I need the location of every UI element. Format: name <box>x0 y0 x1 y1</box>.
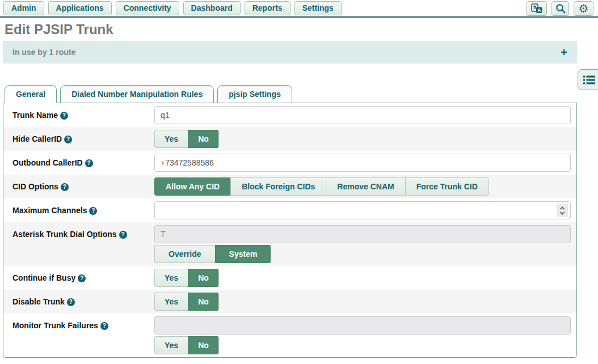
help-icon[interactable]: ? <box>78 274 86 282</box>
search-button[interactable] <box>551 1 569 16</box>
form-row-disable-trunk: Disable Trunk? Yes No <box>3 290 576 314</box>
cid-remove-cnam[interactable]: Remove CNAM <box>326 177 405 196</box>
help-icon[interactable]: ? <box>85 159 93 167</box>
form-row-asterisk-trunk-dial-options: Asterisk Trunk Dial Options? Override Sy… <box>3 222 576 266</box>
dial-options-input <box>154 225 571 243</box>
nav-connectivity[interactable]: Connectivity <box>116 1 179 15</box>
help-icon[interactable]: ? <box>119 231 127 239</box>
cid-options-label: CID Options? <box>12 177 154 191</box>
monitor-trunk-failures-label: Monitor Trunk Failures? <box>12 316 154 330</box>
page-title: Edit PJSIP Trunk <box>5 22 593 37</box>
search-icon <box>555 3 566 14</box>
usage-notice-panel: In use by 1 route + <box>3 41 577 64</box>
label-text: Outbound CallerID <box>12 158 83 167</box>
label-text: Trunk Name <box>12 111 58 120</box>
trunk-name-label: Trunk Name? <box>12 106 154 120</box>
outbound-callerid-label: Outbound CallerID? <box>12 154 154 167</box>
help-icon[interactable]: ? <box>89 207 97 215</box>
tab-pjsip-settings[interactable]: pjsip Settings <box>217 85 292 103</box>
dial-options-system[interactable]: System <box>215 245 272 263</box>
help-icon[interactable]: ? <box>67 298 75 306</box>
nav-settings[interactable]: Settings <box>294 1 342 15</box>
form-row-outbound-callerid: Outbound CallerID? <box>3 151 576 175</box>
tab-general[interactable]: General <box>5 85 57 103</box>
asterisk-trunk-dial-options-label: Asterisk Trunk Dial Options? <box>12 225 154 239</box>
disable-trunk-toggle: Yes No <box>154 293 219 311</box>
hide-callerid-toggle: Yes No <box>154 130 219 148</box>
top-nav: Admin Applications Connectivity Dashboar… <box>0 0 598 18</box>
tab-dialed-number-manipulation-rules[interactable]: Dialed Number Manipulation Rules <box>60 85 214 103</box>
label-text: Hide CallerID <box>12 134 62 143</box>
continue-if-busy-no[interactable]: No <box>188 269 219 287</box>
disable-trunk-label: Disable Trunk? <box>12 293 154 306</box>
help-icon[interactable]: ? <box>61 183 69 191</box>
language-button[interactable]: A <box>527 1 547 16</box>
spinner-down-icon <box>560 210 565 214</box>
dial-options-toggle: Override System <box>154 245 271 263</box>
maximum-channels-label: Maximum Channels? <box>12 201 154 215</box>
nav-applications[interactable]: Applications <box>48 1 112 15</box>
label-text: CID Options <box>12 182 58 191</box>
label-text: Continue if Busy <box>12 273 75 282</box>
label-text: Disable Trunk <box>12 297 65 306</box>
disable-trunk-yes[interactable]: Yes <box>154 293 188 311</box>
hide-callerid-yes[interactable]: Yes <box>154 130 188 148</box>
cid-options-group: Allow Any CID Block Foreign CIDs Remove … <box>154 177 489 196</box>
cid-block-foreign-cids[interactable]: Block Foreign CIDs <box>230 177 326 196</box>
trunk-name-input[interactable] <box>154 106 571 124</box>
label-text: Monitor Trunk Failures <box>12 321 98 330</box>
monitor-trunk-failures-input <box>154 316 571 335</box>
cid-force-trunk-cid[interactable]: Force Trunk CID <box>405 177 489 196</box>
label-text: Maximum Channels <box>12 206 87 215</box>
help-icon[interactable]: ? <box>60 112 68 120</box>
form-row-maximum-channels: Maximum Channels? <box>3 198 576 222</box>
continue-if-busy-toggle: Yes No <box>154 269 219 287</box>
nav-dashboard[interactable]: Dashboard <box>183 1 241 15</box>
monitor-trunk-failures-toggle: Yes No <box>154 336 219 354</box>
form-row-continue-if-busy: Continue if Busy? Yes No <box>3 266 576 290</box>
form-row-cid-options: CID Options? Allow Any CID Block Foreign… <box>3 175 576 198</box>
number-spinner[interactable] <box>557 204 568 217</box>
outbound-callerid-input[interactable] <box>154 154 571 172</box>
nav-reports[interactable]: Reports <box>245 1 290 15</box>
maximum-channels-input[interactable] <box>154 201 571 219</box>
settings-gear-button[interactable]: ⚙ <box>574 1 593 16</box>
hide-callerid-no[interactable]: No <box>188 130 219 148</box>
usage-notice-text: In use by 1 route <box>12 48 75 57</box>
hide-callerid-label: Hide CallerID? <box>12 130 154 143</box>
expand-plus-icon[interactable]: + <box>561 46 567 59</box>
tab-bar: General Dialed Number Manipulation Rules… <box>5 85 577 103</box>
monitor-trunk-failures-yes[interactable]: Yes <box>154 336 188 354</box>
svg-text:A: A <box>537 7 541 12</box>
continue-if-busy-label: Continue if Busy? <box>12 269 154 282</box>
dial-options-override[interactable]: Override <box>154 245 215 263</box>
nav-icon-group: A ⚙ <box>527 1 595 16</box>
label-text: Asterisk Trunk Dial Options <box>12 230 117 239</box>
list-icon <box>583 75 595 84</box>
cid-allow-any-cid[interactable]: Allow Any CID <box>154 177 230 196</box>
help-icon[interactable]: ? <box>100 322 108 330</box>
list-toggle-button[interactable] <box>578 69 598 90</box>
form-row-trunk-name: Trunk Name? <box>3 103 576 127</box>
form-panel: Trunk Name? Hide CallerID? Yes No Outbou… <box>3 103 577 358</box>
help-icon[interactable]: ? <box>64 136 72 143</box>
form-row-hide-callerid: Hide CallerID? Yes No <box>3 127 576 151</box>
nav-admin[interactable]: Admin <box>3 1 44 15</box>
continue-if-busy-yes[interactable]: Yes <box>154 269 188 287</box>
form-row-monitor-trunk-failures: Monitor Trunk Failures? Yes No <box>3 314 576 357</box>
monitor-trunk-failures-no[interactable]: No <box>188 336 219 354</box>
disable-trunk-no[interactable]: No <box>188 293 219 311</box>
language-icon: A <box>530 3 543 14</box>
gear-icon: ⚙ <box>579 3 589 14</box>
